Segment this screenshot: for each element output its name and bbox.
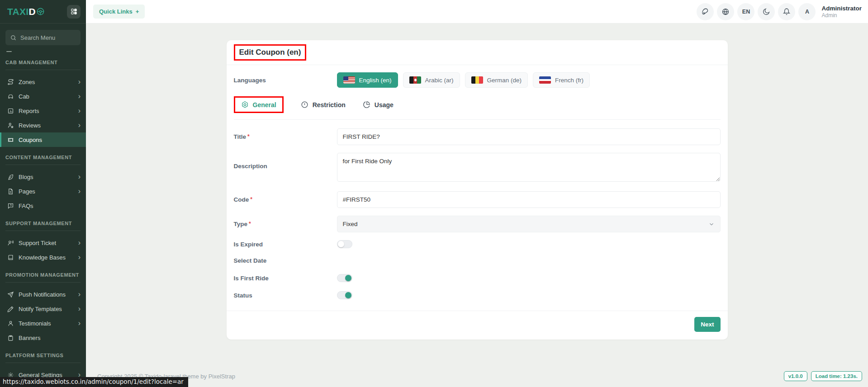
sidebar-item-reports[interactable]: Reports ›: [0, 104, 86, 118]
footer-badges: v1.0.0 Load time: 1.23s.: [784, 371, 862, 381]
sidebar-item-label: Coupons: [19, 137, 42, 143]
toggle-knob: [345, 292, 351, 298]
tab-usage[interactable]: Usage: [363, 101, 394, 109]
usage-tab-icon: [363, 101, 370, 109]
locale-button[interactable]: EN: [737, 3, 754, 20]
toggle-knob: [338, 241, 344, 247]
user-info[interactable]: Administrator Admin: [821, 5, 862, 19]
chevron-right-icon: ›: [78, 123, 81, 127]
status-url-tooltip: https://taxido.webiots.co.in/admin/coupo…: [0, 377, 188, 387]
quick-links-label: Quick Links: [99, 8, 133, 15]
section-title-cab-management: CAB MANAGEMENT: [5, 60, 81, 70]
language-button-french[interactable]: French (fr): [533, 72, 590, 88]
dark-mode-button[interactable]: [758, 3, 775, 20]
sidebar-item-coupons[interactable]: Coupons: [0, 132, 86, 147]
sidebar-item-knowledge-bases[interactable]: Knowledge Bases ›: [0, 250, 86, 264]
status-toggle[interactable]: [337, 291, 352, 299]
select-date-row: Select Date: [234, 257, 721, 264]
sidebar-item-pages[interactable]: Pages ›: [0, 184, 86, 198]
brand-logo[interactable]: TAXID: [7, 6, 45, 17]
apps-grid-button[interactable]: [67, 5, 81, 19]
zones-icon: [7, 79, 14, 85]
sidebar-item-reviews[interactable]: Reviews ›: [0, 118, 86, 132]
chevron-right-icon: ›: [78, 189, 81, 194]
plus-icon: +: [136, 8, 139, 15]
notify-templates-icon: [7, 306, 14, 312]
version-badge: v1.0.0: [784, 371, 807, 381]
description-textarea[interactable]: for First Ride Only: [337, 153, 721, 182]
chevron-right-icon: ›: [78, 292, 81, 297]
testimonials-icon: [7, 320, 14, 327]
edit-coupon-card: Edit Coupon (en) Languages English (en) …: [227, 40, 728, 340]
chevron-right-icon: ›: [78, 321, 81, 326]
sidebar-item-label: Pages: [19, 188, 35, 195]
language-button-english[interactable]: English (en): [337, 72, 398, 88]
reports-icon: [7, 108, 14, 114]
toggle-knob: [345, 275, 351, 281]
sidebar: TAXID CAB MANAGEMENT Zones › Cab ›: [0, 0, 86, 387]
type-select[interactable]: Fixed: [337, 216, 721, 232]
brand-text-primary: TAXI: [7, 6, 28, 17]
sidebar-item-support-ticket[interactable]: Support Ticket ›: [0, 236, 86, 250]
type-label: Type: [234, 221, 337, 227]
search-input[interactable]: [20, 34, 76, 41]
avatar-letter: A: [805, 9, 809, 15]
tab-general[interactable]: General: [234, 96, 284, 113]
code-input[interactable]: [337, 191, 721, 208]
is-first-ride-label: Is First Ride: [234, 275, 337, 282]
cab-icon: [7, 93, 14, 100]
avatar[interactable]: A: [798, 3, 816, 20]
description-field-row: Description for First Ride Only: [234, 153, 721, 184]
sidebar-item-notify-templates[interactable]: Notify Templates ›: [0, 302, 86, 316]
customizer-icon: [701, 8, 709, 16]
card-footer: Next: [227, 311, 728, 340]
tab-restriction[interactable]: Restriction: [301, 101, 346, 109]
pinned-section-dash: [6, 51, 12, 52]
user-role: Admin: [821, 12, 862, 19]
main-content: Edit Coupon (en) Languages English (en) …: [86, 24, 868, 387]
code-field-row: Code: [234, 191, 721, 208]
moon-icon: [762, 8, 770, 16]
customizer-button[interactable]: [697, 3, 714, 20]
next-button[interactable]: Next: [694, 317, 720, 332]
topbar: Quick Links + EN A Administrator Admin: [86, 0, 868, 24]
notifications-button[interactable]: [778, 3, 795, 20]
coupons-icon: [7, 137, 14, 143]
sidebar-header: TAXID: [0, 0, 86, 24]
card-header: Edit Coupon (en): [227, 40, 728, 65]
faqs-icon: [7, 203, 14, 209]
section-title-content-management: CONTENT MANAGEMENT: [5, 155, 81, 165]
sidebar-item-label: FAQs: [19, 203, 33, 209]
sidebar-item-cab[interactable]: Cab ›: [0, 89, 86, 104]
language-globe-button[interactable]: [717, 3, 734, 20]
language-button-arabic[interactable]: Arabic (ar): [403, 72, 460, 88]
sidebar-item-zones[interactable]: Zones ›: [0, 75, 86, 89]
user-name: Administrator: [821, 5, 862, 12]
title-input[interactable]: [337, 128, 721, 145]
quick-links-button[interactable]: Quick Links +: [93, 5, 145, 19]
arabic-flag-icon: [409, 76, 421, 84]
topbar-actions: EN A Administrator Admin: [697, 3, 862, 20]
chevron-right-icon: ›: [78, 175, 81, 179]
language-button-german[interactable]: German (de): [465, 72, 528, 88]
section-title-support-management: SUPPORT MANAGEMENT: [5, 221, 81, 231]
sidebar-item-testimonials[interactable]: Testimonials ›: [0, 316, 86, 330]
sidebar-item-push-notifications[interactable]: Push Notifications ›: [0, 287, 86, 302]
type-field-row: Type Fixed: [234, 216, 721, 232]
globe-icon: [721, 8, 730, 16]
code-label: Code: [234, 196, 337, 203]
title-field-row: Title: [234, 128, 721, 145]
sidebar-item-label: Banners: [19, 335, 40, 341]
sidebar-search: [5, 30, 81, 45]
page-title: Edit Coupon (en): [234, 44, 307, 61]
is-first-ride-toggle[interactable]: [337, 274, 352, 282]
is-expired-toggle[interactable]: [337, 240, 352, 248]
sidebar-item-label: Zones: [19, 79, 35, 85]
sidebar-item-faqs[interactable]: FAQs: [0, 198, 86, 213]
sidebar-item-blogs[interactable]: Blogs ›: [0, 170, 86, 184]
support-ticket-icon: [7, 240, 14, 246]
sidebar-item-label: Reports: [19, 108, 39, 114]
sidebar-nav: CAB MANAGEMENT Zones › Cab › Reports › R…: [0, 60, 86, 382]
pages-icon: [7, 188, 14, 195]
sidebar-item-banners[interactable]: Banners: [0, 330, 86, 345]
